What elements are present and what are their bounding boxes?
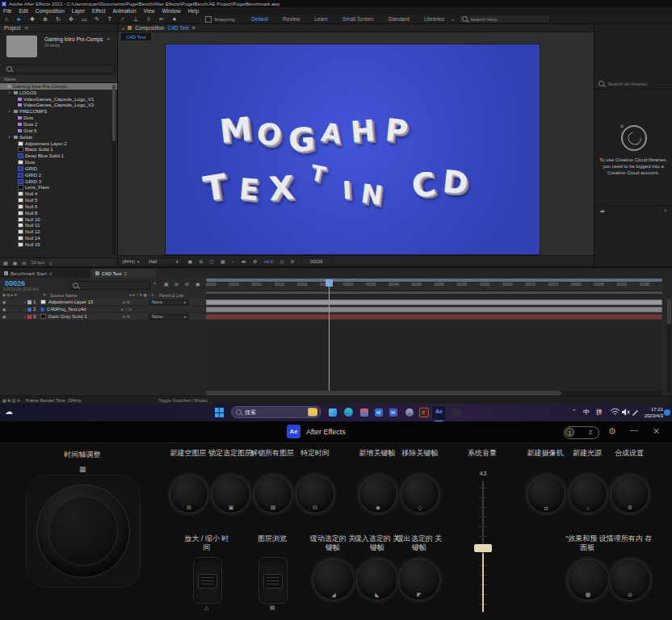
project-item[interactable]: ˅Gaming Intro Pre-Comps (0, 83, 117, 90)
workspace-tab-learn[interactable]: Learn (307, 16, 335, 22)
project-item[interactable]: Grid 5 (0, 128, 117, 134)
project-item[interactable]: Black Solid 1 (0, 146, 117, 153)
project-search-input[interactable] (3, 65, 115, 73)
project-item[interactable]: GRID (0, 165, 117, 172)
project-item[interactable]: Dots 2 (0, 121, 117, 128)
caret-icon[interactable]: › (23, 307, 25, 312)
timeline-jog-knob[interactable] (36, 484, 130, 578)
store-icon[interactable] (358, 406, 370, 418)
deck-knob-new-camera[interactable]: ◘ (527, 475, 565, 513)
workspace-tab-review[interactable]: Review (275, 16, 307, 22)
deck-knob-lock-selected-layer[interactable]: ▣ (212, 475, 250, 513)
layer-color-chip[interactable] (27, 300, 32, 304)
menu-animation[interactable]: Animation (113, 8, 136, 14)
caret-icon[interactable]: › (23, 314, 25, 319)
deck-knob-ease-out[interactable]: ◤ (398, 559, 440, 601)
close-icon[interactable]: ✕ (49, 271, 52, 276)
zoom-level-dropdown[interactable]: (84%)▾ (122, 259, 140, 264)
project-bit-depth[interactable]: 16 bpc (31, 260, 44, 265)
transparency-grid-icon[interactable]: ⊞ (199, 258, 203, 264)
page-toggle[interactable]: 1 2 (564, 426, 599, 439)
snapshot-camera-icon[interactable]: ◎ (279, 258, 284, 264)
pen-tool-icon[interactable]: ✎ (90, 16, 103, 23)
project-item[interactable]: Null 15 (0, 241, 117, 248)
composition-viewer[interactable]: M O G A H P T E X T I N C D (166, 44, 540, 254)
layer-bar[interactable] (206, 300, 662, 305)
roi-icon[interactable]: ▣ (188, 258, 193, 264)
menu-window[interactable]: Window (162, 8, 181, 14)
graph-editor-icon[interactable]: ▣ (195, 281, 200, 287)
tray-chevron-icon[interactable]: ⌃ (572, 408, 577, 415)
eye-icon[interactable]: ◉ (2, 307, 6, 312)
workspace-tab-small-screen[interactable]: Small Screen (335, 16, 381, 22)
project-item[interactable]: Null 12 (0, 228, 117, 235)
deck-knob-add-keyframe[interactable]: ◆ (359, 475, 397, 513)
layer-switches[interactable]: ♦ ∕ fx (123, 315, 149, 319)
app-p-icon[interactable]: P (418, 406, 430, 418)
current-time-display[interactable]: 00026 (5, 279, 25, 287)
timeline-tab-c4d-text[interactable]: C4D Text ≡ (91, 269, 156, 278)
project-item[interactable]: Null 10 (0, 216, 117, 223)
sync-cloud-icon[interactable]: ☁ (599, 207, 605, 214)
timeline-tab-benchmark-start[interactable]: Benchmark Start ✕ (0, 269, 90, 278)
project-item[interactable]: ˅LOGOS (0, 90, 117, 96)
menu-help[interactable]: Help (188, 8, 199, 14)
toggle-switches-label[interactable]: Toggle Switches / Modes (158, 398, 208, 403)
search-help-input[interactable]: Search Help (459, 15, 550, 23)
app-blue2-icon[interactable]: M (387, 406, 399, 418)
rulers-icon[interactable]: ◔ (232, 259, 235, 264)
name-column-header[interactable]: Name (4, 77, 16, 82)
project-tab[interactable]: Project (4, 25, 20, 31)
caret-icon[interactable]: › (23, 300, 25, 304)
new-folder-icon[interactable]: ▣ (13, 260, 18, 266)
start-button[interactable] (215, 408, 225, 417)
after-effects-taskbar-icon[interactable]: Ae (431, 405, 447, 421)
time-ruler[interactable]: 0000000005 0001000015 0002000025 0003000… (206, 283, 662, 291)
project-item[interactable]: ˅PRECOMPS (0, 108, 117, 115)
motion-blur-icon[interactable]: ⊘ (185, 281, 189, 287)
composition-tab[interactable]: C4D Text (121, 33, 151, 40)
deck-knob-ease-in[interactable]: ◣ (356, 559, 398, 601)
deck-knob-purge-memory[interactable]: ⊘ (609, 559, 651, 601)
layer-name[interactable]: Adjustment Layer 13 (48, 300, 123, 304)
layer-row[interactable]: ◉ › 2 C4DProj_Text.c4d ♦ ◔ ∕ fx (0, 306, 206, 313)
layer-switches[interactable]: ♦ ∕ fx (123, 300, 149, 304)
preview-dropdown-icon[interactable]: ▾ (107, 36, 110, 41)
libraries-search-input[interactable]: Search all libraries (598, 81, 668, 86)
menu-edit[interactable]: Edit (19, 8, 27, 14)
eye-icon[interactable]: ◉ (2, 314, 6, 319)
pan-behind-tool-icon[interactable]: ✜ (65, 16, 78, 23)
gear-icon[interactable]: ⚙ (253, 258, 257, 264)
layer-row[interactable]: ◉ › 3 Dark Gray Solid 3 ♦ ∕ fx None▾ (0, 313, 206, 320)
deck-knob-composition-settings[interactable]: ⚙ (611, 475, 649, 513)
mask-visibility-icon[interactable]: ◫ (209, 258, 214, 264)
project-item[interactable]: Null 6 (0, 203, 117, 210)
clone-tool-icon[interactable]: ⊥ (129, 16, 142, 23)
project-item[interactable]: Null 5 (0, 197, 117, 203)
selection-tool-icon[interactable]: ► (13, 16, 26, 22)
deck-fader-layer-browse[interactable] (258, 557, 288, 604)
project-item[interactable]: Lens_Flare (0, 185, 117, 191)
draft-3d-icon[interactable]: ▦ (164, 281, 169, 287)
layer-name[interactable]: C4DProj_Text.c4d (47, 307, 121, 312)
ime-language-indicator[interactable]: 中 (583, 408, 590, 417)
deck-knob-unlock-all-layers[interactable]: ▤ (254, 475, 292, 513)
hand-tool-icon[interactable]: ✚ (26, 16, 39, 23)
project-item[interactable]: ˅Solids (0, 134, 117, 140)
shape-tool-icon[interactable]: ▭ (78, 16, 90, 23)
eraser-tool-icon[interactable]: ◊ (142, 16, 155, 22)
work-area-bar[interactable] (206, 291, 662, 294)
layer-switches[interactable]: ♦ ◔ ∕ fx (121, 308, 147, 312)
project-item[interactable]: Deep Blue Solid 1 (0, 153, 117, 159)
home-tool-icon[interactable]: ⌂ (0, 16, 13, 22)
type-tool-icon[interactable]: T (103, 16, 116, 22)
deck-settings-gear-icon[interactable]: ⚙ (608, 426, 616, 437)
workspace-tab-libraries[interactable]: Libraries (417, 16, 452, 22)
show-snapshot-icon[interactable]: ⊘ (291, 258, 295, 264)
project-item[interactable]: Dots (0, 159, 117, 165)
layer-color-chip[interactable] (27, 315, 32, 319)
edge-browser-icon[interactable] (342, 406, 355, 418)
snapping-checkbox[interactable] (205, 16, 212, 23)
project-item[interactable]: VideoGames_Capsule_Logo_V2 (0, 103, 117, 109)
trash-icon[interactable]: ▯ (49, 260, 52, 266)
